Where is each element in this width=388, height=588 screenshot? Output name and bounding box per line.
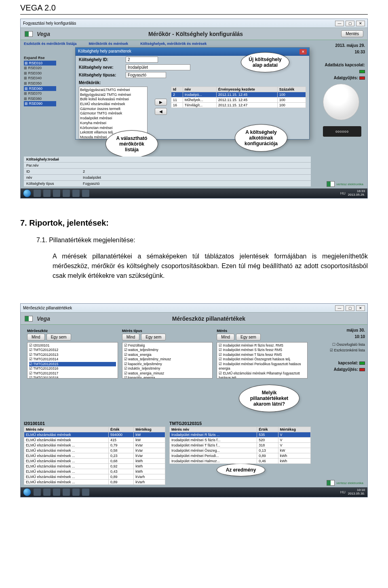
- measure-checklist[interactable]: Irodaépület mérései R fázis fessz. RMSIr…: [217, 342, 308, 379]
- checklist-item[interactable]: Irodaépület mérései Összegzett hatásos t…: [219, 357, 306, 362]
- list-item[interactable]: Büfé külső kiolvasású mérései: [80, 97, 146, 102]
- explorer-icon[interactable]: [43, 489, 51, 496]
- select-all-button[interactable]: Mind: [122, 334, 140, 341]
- table-row[interactable]: Irodaépület mérései S fázis f...520V: [170, 438, 311, 443]
- list-item[interactable]: Gázmotor összes termelt: [80, 107, 146, 112]
- table-row[interactable]: Irodaépület mérései Periodi...0,89kWh: [170, 453, 311, 459]
- min-button[interactable]: —: [335, 305, 344, 311]
- tree-item[interactable]: RSE080: [24, 96, 56, 102]
- select-all-button[interactable]: Mind: [27, 334, 45, 341]
- tree-item[interactable]: RSE060: [24, 86, 56, 91]
- max-button[interactable]: ▢: [346, 305, 354, 311]
- field-type-select[interactable]: Fogyasztó: [126, 72, 166, 78]
- summary-list-check[interactable]: Összefoglaló lista: [336, 343, 365, 347]
- checklist-item[interactable]: wattos_teljesítmény: [124, 348, 211, 352]
- tree-item[interactable]: RSE030: [24, 71, 56, 76]
- checklist-item[interactable]: kapacitív_energia: [124, 376, 211, 379]
- checklist-item[interactable]: Irodaépület mérései Periodikus fogyaszto…: [219, 362, 306, 371]
- start-button-icon[interactable]: [23, 488, 31, 496]
- max-button[interactable]: ▢: [346, 21, 354, 26]
- device-checklist[interactable]: I20100101TMTG20120312TMTG20120313TMTG201…: [27, 342, 118, 379]
- checklist-item[interactable]: wattos_energia_minusz: [124, 371, 211, 376]
- list-item[interactable]: Konyha mérései: [80, 121, 146, 126]
- tree-item[interactable]: RSE020: [24, 66, 56, 71]
- list-item[interactable]: Kórbonctan mérései: [80, 126, 146, 131]
- checklist-item[interactable]: TMTG20120313: [29, 353, 116, 357]
- word-icon[interactable]: [72, 489, 80, 496]
- start-button-icon[interactable]: [23, 189, 31, 197]
- tab-circles[interactable]: Mérőkörök és mérések: [89, 42, 129, 46]
- device-tree[interactable]: Expand Rse RSE010 RSE020 RSE030 RSE040 R…: [24, 55, 56, 106]
- field-id-input[interactable]: 2: [126, 57, 158, 63]
- table-row[interactable]: ELMŰ elszámolási mérések ...0,23kVar: [24, 453, 165, 459]
- tree-item[interactable]: RSE050: [24, 81, 56, 86]
- table-row[interactable]: 11Műhelyek...2012.11.15. 12:45100: [171, 97, 306, 103]
- table-row[interactable]: ELMŰ elszámolási mérések594000kW: [24, 432, 165, 438]
- explorer-icon[interactable]: [43, 190, 51, 197]
- firefox-icon[interactable]: [63, 489, 70, 496]
- checklist-item[interactable]: ELMŰ elszámolási mérések Pillanatnyi fog…: [219, 371, 306, 379]
- table-row[interactable]: ELMŰ elszámolási mérések ...0,58kVar: [24, 448, 165, 453]
- checklist-item[interactable]: Irodaépület mérései R fázis fessz. RMS: [219, 343, 306, 348]
- select-none-button[interactable]: Egy sem: [236, 334, 261, 341]
- ie-icon[interactable]: [34, 190, 41, 197]
- tab-devices[interactable]: Eszközök és mérőkörök listája: [24, 42, 77, 46]
- checklist-item[interactable]: induktív_teljesítmény: [124, 366, 211, 371]
- firefox-icon[interactable]: [63, 190, 70, 197]
- select-none-button[interactable]: Egy sem: [141, 334, 166, 341]
- table-row[interactable]: ELMŰ elszámolási mérések ...0,92kWh: [24, 464, 165, 469]
- table-row[interactable]: Irodaépület mérései Összeg...0,13kW: [170, 448, 311, 453]
- table-row[interactable]: Irodaépület mérései R fázis ...535V: [170, 432, 311, 438]
- ie-icon[interactable]: [34, 489, 41, 496]
- checklist-item[interactable]: I20100101: [29, 343, 116, 348]
- list-item[interactable]: Belgyógyászat2 TMTG mérései: [80, 93, 146, 97]
- checklist-item[interactable]: TMTG20120318: [29, 376, 116, 379]
- table-row[interactable]: Irodaépület mérései Halmoz...0,46kWh: [170, 459, 311, 464]
- min-button[interactable]: —: [335, 21, 344, 26]
- table-row[interactable]: ELMŰ elszámolási mérések ...0,89kVarh: [24, 480, 165, 485]
- close-button[interactable]: ✕: [356, 21, 365, 26]
- dialog-close-icon[interactable]: ✕: [299, 49, 307, 55]
- app-icon[interactable]: [82, 489, 89, 496]
- checklist-item[interactable]: TMTG20120314: [29, 357, 116, 362]
- table-row[interactable]: ELMŰ elszámolási mérések ...0,89kVarh: [24, 474, 165, 480]
- checklist-item[interactable]: TMTG20120312: [29, 348, 116, 352]
- table-row[interactable]: 16Térvilágít...2012.11.15. 12:47100: [171, 103, 306, 108]
- table-row[interactable]: Irodaépület mérései T fázis f...318V: [170, 443, 311, 448]
- field-name-input[interactable]: Irodaépület: [126, 64, 190, 70]
- outlook-icon[interactable]: [53, 190, 60, 197]
- checklist-item[interactable]: kapacitív_teljesítmény: [124, 362, 211, 366]
- table-row[interactable]: ELMŰ elszámolási mérések ...0,43kWh: [24, 469, 165, 474]
- checklist-item[interactable]: wattos_teljesítmény_minusz: [124, 357, 211, 362]
- tree-item[interactable]: RSE040: [24, 76, 56, 81]
- list-item[interactable]: Belgyógyászat1TMTG mérései: [80, 88, 146, 93]
- table-row[interactable]: ELMŰ elszámolási mérések415kW: [24, 438, 165, 443]
- table-row[interactable]: 2Irodaépü...2012.11.15. 12:45100: [171, 92, 306, 97]
- select-none-button[interactable]: Egy sem: [46, 334, 71, 341]
- word-icon[interactable]: [72, 190, 80, 197]
- tab-costcenters[interactable]: Költséghelyek, mérőkörök és mérések: [140, 42, 207, 46]
- checklist-item[interactable]: TMTG20120315: [29, 362, 116, 366]
- type-checklist[interactable]: Feszültségwattos_teljesítménywattos_ener…: [122, 342, 213, 379]
- app-icon[interactable]: [82, 190, 89, 197]
- tree-item[interactable]: RSE070: [24, 91, 56, 96]
- tree-item[interactable]: RSE010: [24, 61, 56, 66]
- close-button[interactable]: ✕: [356, 305, 365, 311]
- checklist-item[interactable]: Irodaépület mérései T fázis fessz RMS: [219, 353, 306, 357]
- move-left-button[interactable]: ◀: [155, 108, 167, 115]
- table-row[interactable]: ELMŰ elszámolási mérések ...0,79kVar: [24, 443, 165, 448]
- select-all-button[interactable]: Mind: [217, 334, 234, 341]
- list-item[interactable]: ELMŰ elszámolási mérések: [80, 102, 146, 107]
- assigned-table[interactable]: Id név Érvényesség kezdete Százalék 2Iro…: [171, 87, 306, 108]
- checklist-item[interactable]: TMTG20120317: [29, 371, 116, 376]
- save-button[interactable]: Mentés: [341, 30, 363, 37]
- list-item[interactable]: Gázmotor TMTG mérések: [80, 111, 146, 116]
- checklist-item[interactable]: Irodaépület mérései S fázis fessz RMS: [219, 348, 306, 352]
- per-device-check[interactable]: Eszközönkénti lista: [334, 348, 365, 352]
- checklist-item[interactable]: TMTG20120316: [29, 366, 116, 371]
- tree-expand[interactable]: Expand Rse: [24, 55, 56, 61]
- checklist-item[interactable]: wattos_energia: [124, 353, 211, 357]
- checklist-item[interactable]: Feszültség: [124, 343, 211, 348]
- table-row[interactable]: ELMŰ elszámolási mérések ...0,68kWh: [24, 459, 165, 464]
- tree-item[interactable]: RSE090: [24, 101, 56, 106]
